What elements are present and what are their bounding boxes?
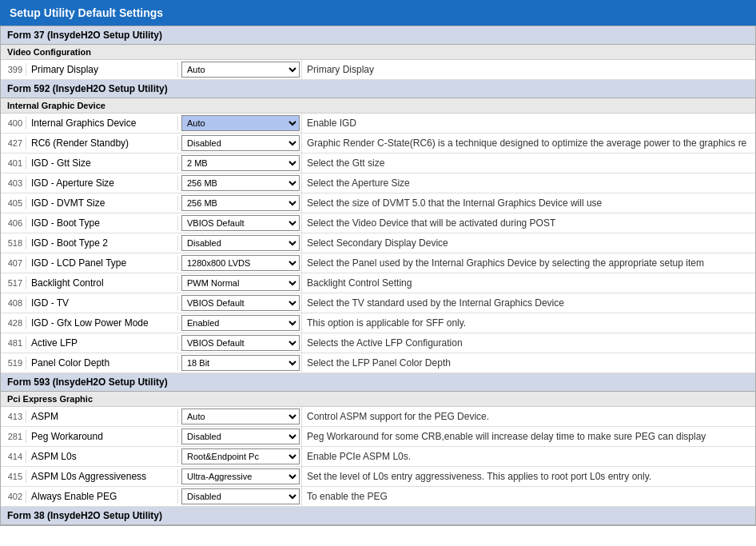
row-value-cell: Disabled (178, 427, 302, 446)
table-row: 518IGD - Boot Type 2DisabledSelect Secon… (1, 233, 755, 253)
table-row: 400Internal Graphics DeviceAutoEnable IG… (1, 114, 755, 134)
row-id: 402 (1, 490, 26, 503)
page-title: Setup Utility Default Settings (0, 0, 756, 26)
table-row: 481Active LFPVBIOS DefaultSelects the Ac… (1, 333, 755, 353)
row-id: 406 (1, 217, 26, 229)
row-id: 519 (1, 357, 26, 369)
value-select[interactable]: 256 MB (181, 175, 300, 191)
value-select[interactable]: Auto (181, 409, 300, 424)
row-description: Peg Workaround for some CRB,enable will … (302, 429, 755, 444)
row-description: Select Secondary Display Device (302, 236, 755, 250)
row-description: Select the Gtt size (302, 156, 755, 170)
row-value-cell: Auto (178, 407, 302, 426)
row-id: 427 (1, 137, 26, 149)
value-select[interactable]: VBIOS Default (181, 295, 300, 311)
value-select[interactable]: Disabled (181, 488, 300, 504)
table-row: 413ASPMAutoControl ASPM support for the … (1, 407, 755, 427)
row-value-cell: Enabled (178, 313, 302, 333)
row-id: 414 (1, 450, 26, 463)
row-id: 415 (1, 470, 26, 483)
row-value-cell: 1280x800 LVDS (178, 253, 302, 273)
table-row: 405IGD - DVMT Size256 MBSelect the size … (1, 193, 755, 213)
row-description: Selects the Active LFP Configuration (302, 336, 755, 350)
row-name: IGD - DVMT Size (26, 196, 178, 210)
value-select[interactable]: PWM Normal (181, 275, 300, 291)
table-row: 407IGD - LCD Panel Type1280x800 LVDSSele… (1, 253, 755, 273)
form-header-form593: Form 593 (InsydeH2O Setup Utility) (1, 373, 755, 392)
row-name: IGD - Boot Type (26, 216, 178, 230)
section-header: Internal Graphic Device (1, 98, 755, 114)
section-header: Video Configuration (1, 45, 755, 60)
table-row: 414ASPM L0sRoot&Endpoint PcEnable PCIe A… (1, 447, 755, 467)
row-value-cell: Disabled (178, 134, 302, 153)
form-header-form37: Form 37 (InsydeH2O Setup Utility) (1, 26, 755, 45)
row-id: 403 (1, 177, 26, 189)
row-description: Enable PCIe ASPM L0s. (302, 449, 755, 464)
value-select[interactable]: 18 Bit (181, 355, 300, 371)
table-row: 399Primary DisplayAutoPrimary Display (1, 60, 755, 80)
table-row: 408IGD - TVVBIOS DefaultSelect the TV st… (1, 293, 755, 313)
table-row: 519Panel Color Depth18 BitSelect the LFP… (1, 353, 755, 373)
row-name: Active LFP (26, 336, 178, 350)
row-description: Select the Aperture Size (302, 176, 755, 190)
row-name: Always Enable PEG (26, 489, 178, 504)
row-id: 399 (1, 63, 26, 76)
row-id: 408 (1, 297, 26, 309)
row-description: Select the Video Device that will be act… (302, 216, 755, 230)
row-name: ASPM (26, 409, 178, 424)
row-id: 407 (1, 257, 26, 269)
value-select[interactable]: Root&Endpoint Pc (181, 448, 300, 464)
row-value-cell: Auto (178, 60, 302, 79)
row-id: 401 (1, 157, 26, 169)
form-header-form38: Form 38 (InsydeH2O Setup Utility) (1, 507, 755, 525)
row-id: 518 (1, 237, 26, 249)
row-id: 481 (1, 337, 26, 349)
row-description: Graphic Render C-State(RC6) is a techniq… (302, 136, 755, 150)
row-id: 428 (1, 317, 26, 329)
table-row: 427RC6 (Render Standby)DisabledGraphic R… (1, 134, 755, 153)
row-name: Panel Color Depth (26, 356, 178, 370)
row-value-cell: 256 MB (178, 173, 302, 193)
table-row: 281Peg WorkaroundDisabledPeg Workaround … (1, 427, 755, 447)
value-select[interactable]: Auto (181, 115, 300, 131)
row-name: IGD - TV (26, 296, 178, 310)
section-header: Pci Express Graphic (1, 392, 755, 407)
row-value-cell: Auto (178, 114, 302, 133)
row-value-cell: Root&Endpoint Pc (178, 447, 302, 466)
value-select[interactable]: Disabled (181, 428, 300, 444)
value-select[interactable]: 1280x800 LVDS (181, 255, 300, 271)
value-select[interactable]: Disabled (181, 135, 300, 151)
row-id: 405 (1, 197, 26, 209)
row-id: 413 (1, 410, 26, 423)
row-name: IGD - Aperture Size (26, 176, 178, 190)
row-description: Select the LFP Panel Color Depth (302, 356, 755, 370)
row-description: Primary Display (302, 62, 755, 77)
value-select[interactable]: VBIOS Default (181, 335, 300, 351)
value-select[interactable]: Ultra-Aggressive (181, 468, 300, 484)
table-row: 415ASPM L0s AggressivenessUltra-Aggressi… (1, 467, 755, 487)
row-value-cell: Ultra-Aggressive (178, 467, 302, 486)
row-description: Enable IGD (302, 116, 755, 130)
row-id: 517 (1, 277, 26, 289)
value-select[interactable]: 256 MB (181, 195, 300, 211)
value-select[interactable]: 2 MB (181, 155, 300, 171)
table-row: 403IGD - Aperture Size256 MBSelect the A… (1, 173, 755, 193)
row-name: IGD - LCD Panel Type (26, 256, 178, 270)
row-value-cell: VBIOS Default (178, 213, 302, 233)
table-row: 406IGD - Boot TypeVBIOS DefaultSelect th… (1, 213, 755, 233)
table-row: 517Backlight ControlPWM NormalBacklight … (1, 273, 755, 293)
value-select[interactable]: Disabled (181, 235, 300, 251)
row-name: IGD - Gfx Low Power Mode (26, 316, 178, 330)
row-value-cell: Disabled (178, 487, 302, 506)
value-select[interactable]: Enabled (181, 315, 300, 331)
form-header-form592: Form 592 (InsydeH2O Setup Utility) (1, 80, 755, 98)
row-description: Select the size of DVMT 5.0 that the Int… (302, 196, 755, 210)
table-row: 402Always Enable PEGDisabledTo enable th… (1, 487, 755, 507)
row-description: Set the level of L0s entry aggressivenes… (302, 469, 755, 484)
row-value-cell: 18 Bit (178, 353, 302, 373)
row-name: Primary Display (26, 62, 178, 77)
row-name: Peg Workaround (26, 429, 178, 444)
value-select[interactable]: Auto (181, 62, 300, 78)
row-value-cell: VBIOS Default (178, 293, 302, 313)
value-select[interactable]: VBIOS Default (181, 215, 300, 231)
